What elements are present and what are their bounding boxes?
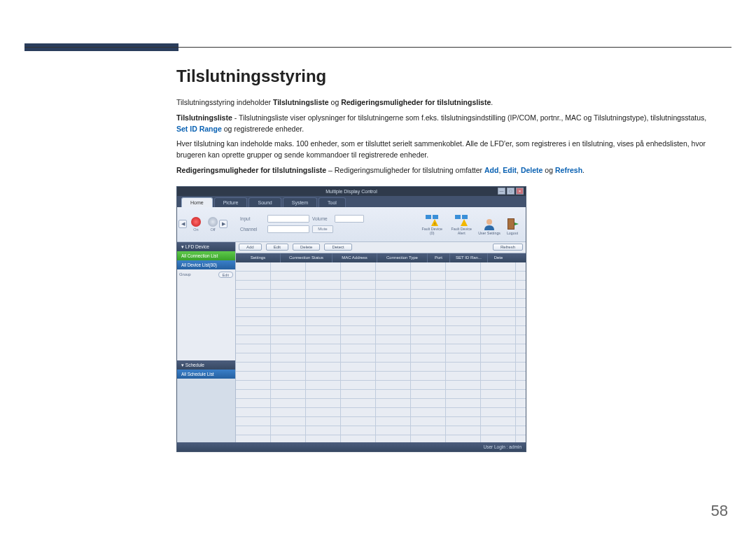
column-settings[interactable]: Settings	[236, 253, 281, 262]
column-connection-type[interactable]: Connection Type	[377, 253, 428, 262]
svg-rect-5	[462, 215, 468, 219]
channel-select[interactable]	[267, 225, 309, 233]
power-off-button[interactable]: Off	[208, 217, 218, 232]
status-bar: User Login : admin	[177, 442, 526, 451]
nav-next-icon[interactable]: ▶	[219, 220, 227, 228]
power-on-button[interactable]: On	[191, 217, 201, 232]
svg-rect-9	[508, 219, 514, 229]
fault-device-alert-icon	[454, 213, 469, 227]
status-user-login: User Login : admin	[483, 444, 522, 449]
sidebar-group-area: Group Edit	[177, 269, 235, 360]
fault-device-button[interactable]: ! Fault Device (0)	[419, 213, 444, 236]
maximize-button[interactable]: □	[507, 188, 514, 195]
each-connection-text: Hver tilslutning kan indeholde maks. 100…	[176, 139, 708, 161]
svg-rect-1	[433, 215, 438, 219]
svg-point-7	[486, 219, 492, 225]
page-content: Tilslutningsstyring Tilslutningsstyring …	[176, 66, 708, 452]
nav-prev-icon[interactable]: ◀	[178, 220, 187, 228]
header-rule	[24, 47, 732, 48]
sidebar: ▾ LFD Device All Connection List All Dev…	[177, 242, 236, 442]
toolbar: ◀ On Off ▶ Input Volume	[177, 207, 526, 242]
table-header: Settings Connection Status MAC Address C…	[236, 253, 526, 262]
window-controls: — □ ×	[498, 188, 524, 195]
page-number: 58	[711, 502, 728, 520]
sidebar-all-schedule[interactable]: All Schedule List	[177, 370, 235, 379]
power-on-icon	[191, 217, 201, 227]
fault-device-alert-button[interactable]: Fault Device Alert	[449, 213, 474, 236]
channel-label: Channel	[240, 227, 265, 232]
refresh-button[interactable]: Refresh	[493, 244, 523, 251]
close-button[interactable]: ×	[516, 188, 524, 195]
tab-home[interactable]: Home	[181, 197, 213, 207]
column-port[interactable]: Port	[428, 253, 450, 262]
logout-icon	[505, 217, 520, 231]
column-connection-status[interactable]: Connection Status	[281, 253, 332, 262]
app-tabbar: Home Picture Sound System Tool	[177, 196, 526, 207]
add-button[interactable]: Add	[239, 244, 262, 251]
delete-button[interactable]: Delete	[293, 244, 320, 251]
tab-picture[interactable]: Picture	[214, 197, 248, 207]
user-settings-button[interactable]: User Settings	[478, 217, 500, 236]
minimize-button[interactable]: —	[498, 188, 505, 195]
intro-text: Tilslutningsstyring indeholder Tilslutni…	[176, 97, 708, 108]
edit-options-text: Redigeringsmuligheder for tilslutningsli…	[176, 165, 708, 176]
svg-rect-0	[426, 215, 431, 219]
table-body	[236, 262, 526, 442]
sidebar-all-connection[interactable]: All Connection List	[177, 251, 235, 260]
column-mac-address[interactable]: MAC Address	[332, 253, 377, 262]
volume-label: Volume	[312, 216, 332, 221]
column-detect[interactable]: Dete	[488, 253, 509, 262]
sidebar-lfd-header[interactable]: ▾ LFD Device	[177, 242, 235, 251]
power-off-icon	[208, 217, 218, 227]
app-titlebar: Multiple Display Control — □ ×	[177, 187, 526, 196]
svg-rect-4	[455, 215, 461, 219]
sidebar-schedule-area	[177, 379, 235, 442]
app-title: Multiple Display Control	[326, 189, 377, 194]
sidebar-group-label: Group	[179, 272, 191, 276]
page-title: Tilslutningsstyring	[176, 66, 708, 86]
tab-tool[interactable]: Tool	[318, 197, 346, 207]
main-panel: Add Edit Delete Detect Refresh Settings …	[236, 242, 526, 442]
volume-field[interactable]	[335, 215, 364, 223]
app-window: Multiple Display Control — □ × Home Pict…	[176, 186, 526, 452]
sidebar-all-device[interactable]: All Device List(00)	[177, 260, 235, 269]
group-edit-button[interactable]: Edit	[218, 272, 233, 278]
main-area: ▾ LFD Device All Connection List All Dev…	[177, 242, 526, 442]
sidebar-schedule-header[interactable]: ▾ Schedule	[177, 360, 235, 370]
tab-sound[interactable]: Sound	[248, 197, 281, 207]
mute-button[interactable]: Mute	[312, 225, 333, 233]
connection-list-text: Tilslutningsliste - Tilslutningsliste vi…	[176, 113, 708, 135]
svg-marker-10	[514, 223, 519, 225]
fault-device-icon: !	[424, 213, 440, 227]
detect-button[interactable]: Detect	[324, 244, 351, 251]
logout-button[interactable]: Logout	[505, 217, 520, 236]
action-bar: Add Edit Delete Detect Refresh	[236, 242, 526, 253]
tab-system[interactable]: System	[283, 197, 317, 207]
user-settings-icon	[482, 217, 497, 231]
input-select[interactable]	[267, 215, 309, 223]
svg-marker-6	[461, 219, 468, 226]
input-label: Input	[240, 216, 265, 221]
edit-button[interactable]: Edit	[266, 244, 288, 251]
column-set-id-range[interactable]: SET ID Ran...	[450, 253, 488, 262]
